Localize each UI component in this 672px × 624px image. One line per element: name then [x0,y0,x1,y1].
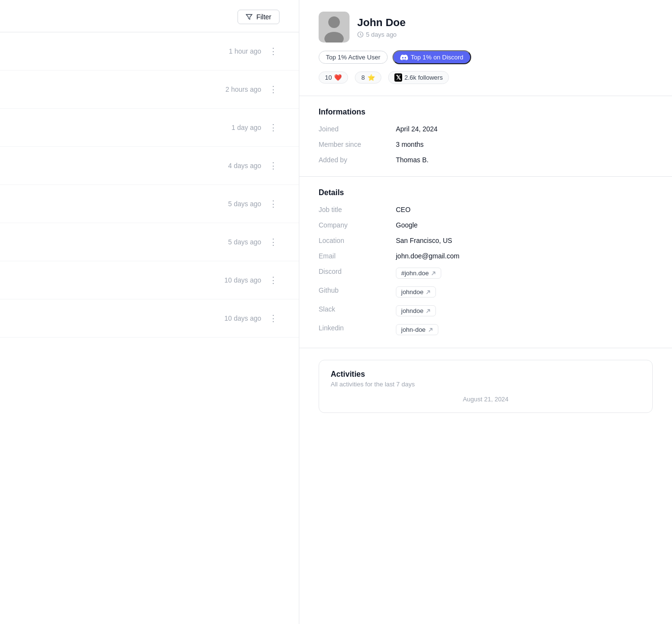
info-label: Added by [319,155,396,165]
info-label: Member since [319,140,396,149]
external-link-icon [426,290,431,295]
list-item-menu-button[interactable]: ⋮ [267,46,280,57]
detail-link-tag[interactable]: john-doe [396,324,438,335]
list-item: 5 days ago ⋮ [0,185,299,223]
discord-badge-label: Top 1% on Discord [411,54,463,61]
detail-label: Github [319,285,396,298]
details-title: Details [319,188,653,197]
detail-label: Linkedin [319,323,396,336]
detail-label: Email [319,251,396,261]
detail-value: john.doe@gmail.com [396,251,653,261]
list-item: 4 days ago ⋮ [0,147,299,185]
heart-icon: ❤️ [334,74,342,81]
detail-label: Slack [319,304,396,317]
twitter-followers-stat: 𝕏 2.6k followers [388,71,449,84]
list-item-time: 1 hour ago [229,47,261,55]
detail-link-tag[interactable]: johndoe [396,305,436,316]
list-item: 10 days ago ⋮ [0,261,299,299]
activities-subtitle: All activities for the last 7 days [331,381,641,388]
list-item-menu-button[interactable]: ⋮ [267,275,280,285]
stats-row: 10 ❤️ 8 ⭐ 𝕏 2.6k followers [319,71,653,84]
detail-value: #john.doe [396,267,653,280]
external-link-icon [428,327,433,332]
list-item: 1 hour ago ⋮ [0,32,299,71]
list-item-menu-button[interactable]: ⋮ [267,313,280,324]
clock-icon [357,31,364,38]
list-item-time: 10 days ago [224,314,261,322]
list-item-menu-button[interactable]: ⋮ [267,122,280,133]
detail-value: johndoe [396,285,653,298]
detail-value: johndoe [396,304,653,317]
list-item: 1 day ago ⋮ [0,109,299,147]
badge-active-user: Top 1% Active User [319,51,388,64]
detail-label: Discord [319,267,396,280]
stars-stat: 8 ⭐ [355,71,381,84]
detail-value: john-doe [396,323,653,336]
list-item-time: 4 days ago [228,162,262,170]
list-item-menu-button[interactable]: ⋮ [267,160,280,171]
profile-name: John Doe [357,16,406,29]
stars-count: 8 [361,74,364,81]
activities-date: August 21, 2024 [331,396,641,403]
list-item-menu-button[interactable]: ⋮ [267,199,280,209]
badges-row: Top 1% Active User Top 1% on Discord [319,50,653,64]
hearts-count: 10 [325,74,332,81]
detail-link-tag[interactable]: #john.doe [396,268,441,279]
list-item-time: 10 days ago [224,276,261,284]
informations-title: Informations [319,108,653,116]
profile-name-area: John Doe 5 days ago [357,16,406,38]
list-item: 5 days ago ⋮ [0,223,299,261]
external-link-icon [426,309,431,313]
followers-count: 2.6k followers [405,74,443,81]
activities-card: Activities All activities for the last 7… [319,360,653,413]
x-icon: 𝕏 [394,73,402,82]
filter-row: Filter [0,10,299,32]
profile-time: 5 days ago [357,31,406,38]
list-item-menu-button[interactable]: ⋮ [267,237,280,247]
info-label: Joined [319,124,396,134]
list-item: 2 hours ago ⋮ [0,71,299,109]
details-section: Details Job titleCEOCompanyGoogleLocatio… [299,177,672,348]
list-item-time: 2 hours ago [225,85,261,93]
list-item: 10 days ago ⋮ [0,299,299,338]
profile-top: John Doe 5 days ago [319,12,653,43]
info-value: April 24, 2024 [396,124,653,134]
list-items: 1 hour ago ⋮ 2 hours ago ⋮ 1 day ago ⋮ 4… [0,32,299,338]
star-icon: ⭐ [367,74,375,81]
activities-title: Activities [331,370,641,379]
list-item-time: 1 day ago [232,124,262,131]
informations-grid: JoinedApril 24, 2024Member since3 months… [319,124,653,165]
discord-icon [400,55,408,60]
avatar [319,12,350,43]
filter-button[interactable]: Filter [238,10,280,24]
informations-section: Informations JoinedApril 24, 2024Member … [299,96,672,177]
right-panel: John Doe 5 days ago Top 1% Active User T… [299,0,672,624]
filter-label: Filter [256,13,271,21]
info-value: 3 months [396,140,653,149]
detail-value: San Francisco, US [396,236,653,245]
profile-header: John Doe 5 days ago Top 1% Active User T… [299,0,672,96]
list-item-time: 5 days ago [228,238,262,246]
hearts-stat: 10 ❤️ [319,71,348,84]
left-panel: Filter 1 hour ago ⋮ 2 hours ago ⋮ 1 day … [0,0,299,624]
detail-label: Location [319,236,396,245]
last-seen: 5 days ago [366,31,397,38]
activities-section: Activities All activities for the last 7… [299,348,672,425]
list-item-menu-button[interactable]: ⋮ [267,84,280,95]
detail-label: Job title [319,205,396,214]
list-item-time: 5 days ago [228,200,262,208]
details-grid: Job titleCEOCompanyGoogleLocationSan Fra… [319,205,653,336]
detail-value: CEO [396,205,653,214]
detail-label: Company [319,220,396,230]
info-value: Thomas B. [396,155,653,165]
detail-value: Google [396,220,653,230]
filter-icon [246,14,252,20]
detail-link-tag[interactable]: johndoe [396,286,436,298]
external-link-icon [431,271,436,276]
svg-point-1 [328,16,340,28]
badge-discord-button[interactable]: Top 1% on Discord [392,50,471,64]
